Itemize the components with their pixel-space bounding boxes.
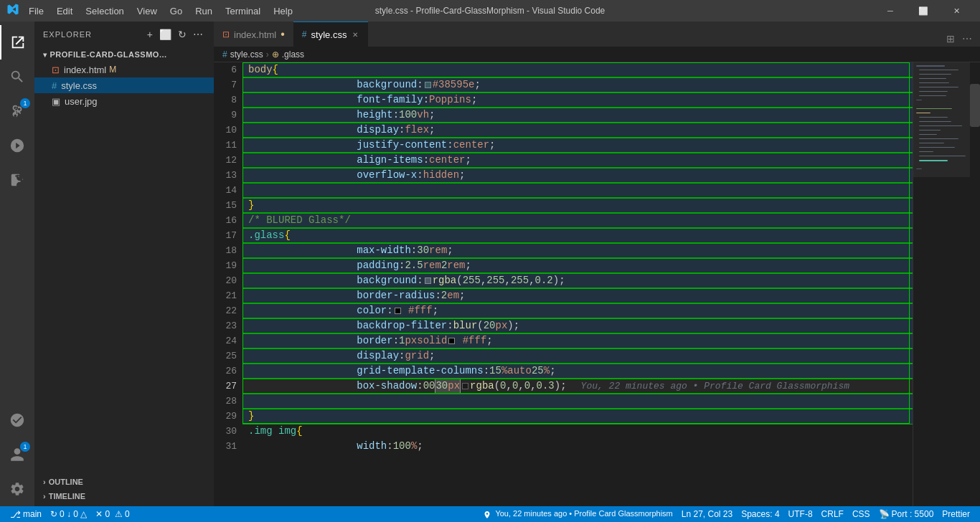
line-num-27: 27 bbox=[214, 379, 237, 394]
file-name-index-html: index.html bbox=[64, 65, 106, 75]
line-num-13: 13 bbox=[214, 168, 237, 183]
outline-section[interactable]: › OUTLINE bbox=[34, 475, 214, 489]
port-item[interactable]: 📡 Port : 5500 bbox=[875, 509, 938, 519]
window-controls: ─ ⬜ ✕ bbox=[874, 0, 973, 22]
menu-view[interactable]: View bbox=[131, 4, 163, 18]
sidebar-item-style-css[interactable]: # style.css bbox=[34, 77, 214, 93]
maximize-button[interactable]: ⬜ bbox=[907, 0, 940, 22]
port-label: Port : 5500 bbox=[892, 509, 934, 519]
activity-account-icon[interactable]: 1 bbox=[0, 437, 34, 472]
titlebar: File Edit Selection View Go Run Terminal… bbox=[0, 0, 980, 22]
scrollbar-thumb[interactable] bbox=[970, 84, 980, 127]
line-num-28: 28 bbox=[214, 394, 237, 409]
editor-scrollbar[interactable] bbox=[970, 62, 980, 506]
activity-settings-icon[interactable] bbox=[0, 472, 34, 506]
cursor-position-item[interactable]: Ln 27, Col 23 bbox=[677, 509, 737, 519]
activity-explorer-icon[interactable] bbox=[0, 25, 34, 60]
activity-remote-icon[interactable] bbox=[0, 403, 34, 437]
breadcrumb-file[interactable]: style.css bbox=[230, 49, 263, 60]
editor-area: ⊡ index.html • # style.css ✕ ⊞ ⋯ # style… bbox=[214, 22, 980, 506]
line-num-10: 10 bbox=[214, 123, 237, 138]
line-num-8: 8 bbox=[214, 92, 237, 108]
new-file-icon[interactable]: + bbox=[146, 27, 155, 42]
refresh-icon[interactable]: ↻ bbox=[176, 27, 189, 42]
cursor-position-label: Ln 27, Col 23 bbox=[682, 509, 732, 519]
activity-run-icon[interactable] bbox=[0, 128, 34, 163]
modified-dot: • bbox=[281, 28, 285, 41]
more-actions-icon[interactable]: ⋯ bbox=[960, 31, 974, 47]
svg-rect-23 bbox=[913, 62, 970, 177]
git-branch-icon: ⎇ bbox=[10, 509, 21, 520]
css-file-icon: # bbox=[52, 80, 57, 91]
spaces-item[interactable]: Spaces: 4 bbox=[737, 509, 783, 519]
code-line-27: box-shadow:0 0 30px rgba(0,0,0,0.3); You… bbox=[242, 379, 913, 394]
line-num-22: 22 bbox=[214, 303, 237, 318]
prettier-item[interactable]: Prettier bbox=[938, 509, 974, 519]
code-content[interactable]: body{ background:#38595e; font-family:Po… bbox=[242, 62, 913, 506]
sidebar-item-user-jpg[interactable]: ▣ user.jpg bbox=[34, 93, 214, 109]
line-num-29: 29 bbox=[214, 409, 237, 424]
errors-item[interactable]: ✕ 0 ⚠ 0 bbox=[91, 509, 133, 519]
project-name: PROFILE-CARD-GLASSMO... bbox=[50, 50, 167, 59]
collapse-all-icon[interactable]: ⋯ bbox=[192, 27, 205, 42]
editor-main[interactable]: 6 7 8 9 10 11 12 13 14 15 16 17 18 19 bbox=[214, 62, 913, 506]
chevron-down-icon: ▾ bbox=[43, 51, 47, 59]
activity-extensions-icon[interactable] bbox=[0, 163, 34, 197]
line-num-24: 24 bbox=[214, 333, 237, 348]
menu-file[interactable]: File bbox=[23, 4, 50, 18]
tab-label-index-html: index.html bbox=[234, 29, 276, 40]
close-button[interactable]: ✕ bbox=[940, 0, 973, 22]
activity-bar: 1 1 bbox=[0, 22, 34, 506]
encoding-item[interactable]: UTF-8 bbox=[784, 509, 817, 519]
line-numbers: 6 7 8 9 10 11 12 13 14 15 16 17 18 19 bbox=[214, 62, 242, 506]
editor-container: 6 7 8 9 10 11 12 13 14 15 16 17 18 19 bbox=[214, 62, 980, 506]
git-blame-status[interactable]: You, 22 minutes ago • Profile Card Glass… bbox=[479, 509, 677, 518]
sync-label: 0 ↓ 0 △ bbox=[60, 509, 87, 519]
timeline-section[interactable]: › TIMELINE bbox=[34, 489, 214, 503]
line-num-23: 23 bbox=[214, 318, 237, 333]
line-ending-item[interactable]: CRLF bbox=[817, 509, 848, 519]
line-num-11: 11 bbox=[214, 138, 237, 153]
tab-style-css[interactable]: # style.css ✕ bbox=[293, 22, 369, 47]
menu-help[interactable]: Help bbox=[268, 4, 298, 18]
code-line-16: /* BLURED Glass*/ bbox=[242, 213, 913, 228]
status-bar: ⎇ main ↻ 0 ↓ 0 △ ✕ 0 ⚠ 0 You, 22 minutes… bbox=[0, 506, 980, 522]
line-num-15: 15 bbox=[214, 198, 237, 213]
warnings-count: 0 bbox=[125, 509, 130, 519]
new-folder-icon[interactable]: ⬜ bbox=[158, 27, 174, 42]
menu-go[interactable]: Go bbox=[164, 4, 188, 18]
menu-edit[interactable]: Edit bbox=[51, 4, 78, 18]
split-editor-icon[interactable]: ⊞ bbox=[944, 31, 957, 47]
account-badge: 1 bbox=[20, 442, 30, 452]
tab-index-html[interactable]: ⊡ index.html • bbox=[214, 22, 293, 47]
activity-source-control-icon[interactable]: 1 bbox=[0, 94, 34, 128]
git-branch-item[interactable]: ⎇ main bbox=[6, 509, 46, 520]
line-num-9: 9 bbox=[214, 108, 237, 123]
file-name-user-jpg: user.jpg bbox=[65, 96, 98, 107]
menu-terminal[interactable]: Terminal bbox=[220, 4, 266, 18]
line-num-31: 31 bbox=[214, 439, 237, 454]
css-tab-icon: # bbox=[302, 29, 307, 39]
menu-selection[interactable]: Selection bbox=[80, 4, 129, 18]
sidebar-item-index-html[interactable]: ⊡ index.html M bbox=[34, 62, 214, 77]
breadcrumb-selector[interactable]: .glass bbox=[282, 49, 304, 60]
line-num-12: 12 bbox=[214, 153, 237, 168]
file-name-style-css: style.css bbox=[61, 80, 97, 91]
breadcrumb: # style.css › ⊕ .glass bbox=[214, 47, 980, 62]
line-num-20: 20 bbox=[214, 273, 237, 288]
project-section[interactable]: ▾ PROFILE-CARD-GLASSMO... bbox=[34, 47, 214, 62]
prettier-label: Prettier bbox=[942, 509, 970, 519]
sync-item[interactable]: ↻ 0 ↓ 0 △ bbox=[46, 509, 91, 519]
port-icon: 📡 bbox=[879, 509, 890, 519]
modified-indicator: M bbox=[109, 65, 116, 75]
sidebar-bottom: › OUTLINE › TIMELINE bbox=[34, 472, 214, 506]
line-num-14: 14 bbox=[214, 183, 237, 198]
tab-close-button[interactable]: ✕ bbox=[351, 29, 359, 40]
breadcrumb-separator: › bbox=[266, 49, 269, 60]
line-num-18: 18 bbox=[214, 243, 237, 258]
menu-run[interactable]: Run bbox=[189, 4, 218, 18]
sidebar: Explorer + ⬜ ↻ ⋯ ▾ PROFILE-CARD-GLASSMO.… bbox=[34, 22, 214, 506]
minimize-button[interactable]: ─ bbox=[874, 0, 907, 22]
language-item[interactable]: CSS bbox=[848, 509, 875, 519]
activity-search-icon[interactable] bbox=[0, 60, 34, 94]
